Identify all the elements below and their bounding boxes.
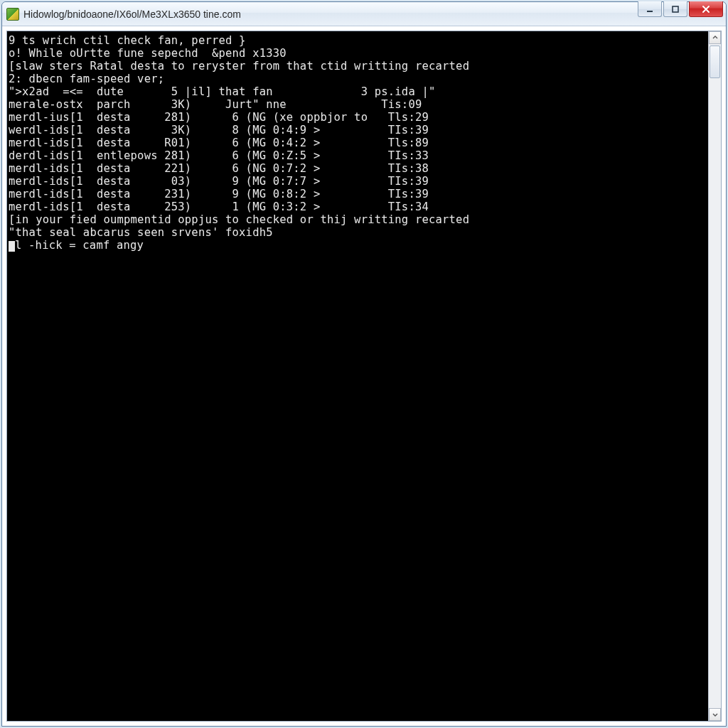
terminal-output[interactable]: 9 ts wrich ctil check fan, perred }o! Wh…: [7, 31, 721, 721]
close-button[interactable]: [689, 1, 723, 17]
cursor: [9, 241, 15, 252]
maximize-button[interactable]: [663, 1, 687, 17]
chevron-up-icon: [712, 35, 718, 41]
terminal-line: [slaw sters Ratal desta to reryster from…: [9, 60, 719, 73]
terminal-line: ">x2ad =<= dute 5 |il] that fan 3 ps.ida…: [9, 85, 719, 98]
chevron-down-icon: [712, 712, 718, 717]
terminal-line: merdl-ius[1 desta 281) 6 (NG (xe oppbjor…: [9, 111, 719, 124]
app-icon: [6, 8, 19, 21]
scroll-up-button[interactable]: [709, 31, 721, 44]
terminal-line: merdl-ids[1 desta 253) 1 (MG 0:3:2 > TIs…: [9, 200, 719, 213]
terminal-line: merdl-ids[1 desta 221) 6 (NG 0:7:2 > TIs…: [9, 162, 719, 175]
terminal-line: [in your fied oumpmentid oppjus to check…: [9, 213, 719, 226]
minimize-icon: [646, 5, 654, 14]
scroll-thumb[interactable]: [710, 46, 720, 78]
window-title: Hidowlog/bnidoaone/IX6ol/Me3XLx3650 tine…: [23, 9, 241, 20]
terminal-line: derdl-ids[1 entlepows 281) 6 (MG 0:Z:5 >…: [9, 149, 719, 162]
window-controls: [638, 2, 726, 26]
terminal-line: merdl-ids[1 desta 231) 9 (MG 0:8:2 > TIs…: [9, 188, 719, 200]
scroll-down-button[interactable]: [709, 708, 721, 721]
app-window: Hidowlog/bnidoaone/IX6ol/Me3XLx3650 tine…: [1, 1, 727, 727]
client-area: 9 ts wrich ctil check fan, perred }o! Wh…: [6, 31, 722, 722]
svg-rect-1: [673, 6, 678, 12]
terminal-line: o! While oUrtte fune sepechd &pend x1330: [9, 47, 719, 60]
svg-rect-0: [647, 11, 653, 12]
close-icon: [701, 4, 711, 14]
scroll-track[interactable]: [709, 44, 721, 708]
titlebar[interactable]: Hidowlog/bnidoaone/IX6ol/Me3XLx3650 tine…: [2, 2, 726, 26]
terminal-line: 2: dbecn fam-speed ver;: [9, 73, 719, 85]
maximize-icon: [671, 5, 680, 14]
terminal-line: merale-ostx parch 3K) Jurt" nne Tis:09: [9, 98, 719, 111]
terminal-line: merdl-ids[1 desta R01) 6 (MG 0:4:2 > Tls…: [9, 136, 719, 149]
terminal-line: werdl-ids[1 desta 3K) 8 (MG 0:4:9 > TIs:…: [9, 124, 719, 136]
minimize-button[interactable]: [638, 1, 662, 17]
terminal-line: "that seal abcarus seen srvens' foxidh5: [9, 226, 719, 239]
vertical-scrollbar[interactable]: [708, 31, 721, 721]
terminal-line: 9 ts wrich ctil check fan, perred }: [9, 34, 719, 47]
terminal-line: merdl-ids[1 desta 03) 9 (MG 0:7:7 > TIs:…: [9, 175, 719, 188]
terminal-prompt-line: l -hick = camf angy: [9, 239, 719, 252]
